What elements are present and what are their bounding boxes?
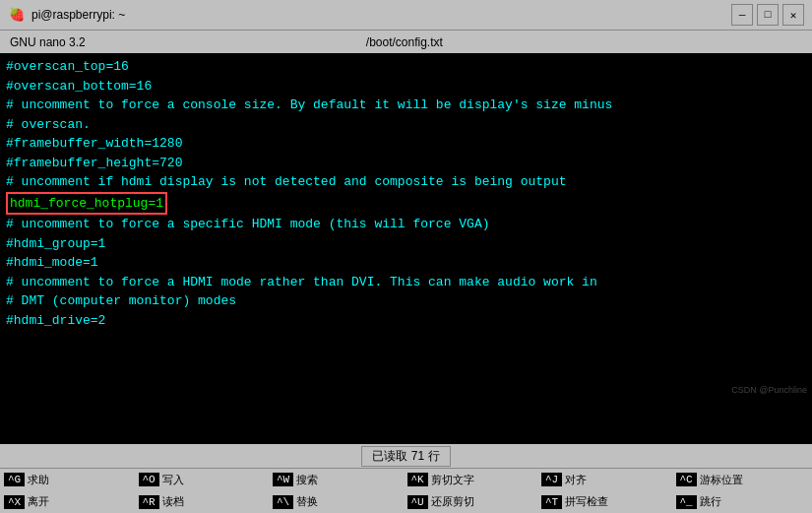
status-bar: 已读取 71 行 — [0, 444, 812, 468]
watermark: CSDN @Punchline — [731, 385, 807, 395]
shortcut-key: ^U — [407, 495, 428, 509]
shortcut-label: 离开 — [28, 494, 49, 509]
shortcut-item[interactable]: ^K剪切文字 — [407, 473, 534, 487]
shortcut-label: 替换 — [296, 494, 318, 509]
file-path: /boot/config.txt — [366, 35, 443, 49]
editor-line: #hdmi_mode=1 — [6, 253, 806, 273]
shortcut-key: ^\ — [273, 495, 293, 509]
editor-area[interactable]: #overscan_top=16#overscan_bottom=16# unc… — [0, 53, 812, 444]
nano-header: GNU nano 3.2 /boot/config.txt — [0, 30, 812, 53]
title-bar: 🍓 pi@raspberrypi: ~ — □ ✕ — [0, 0, 812, 30]
shortcut-label: 求助 — [28, 473, 49, 487]
shortcut-item[interactable]: ^W搜索 — [273, 473, 400, 487]
shortcut-key: ^W — [273, 473, 293, 486]
shortcut-key: ^T — [541, 495, 562, 509]
shortcut-item[interactable]: ^X离开 — [4, 494, 131, 509]
shortcut-row-1: ^G求助^O写入^W搜索^K剪切文字^J对齐^C游标位置 — [0, 473, 812, 487]
minimize-button[interactable]: — — [731, 4, 753, 26]
editor-line: # overscan. — [6, 115, 806, 135]
editor-line: #hdmi_drive=2 — [6, 311, 806, 331]
shortcut-key: ^G — [4, 473, 25, 486]
app-icon: 🍓 — [8, 6, 26, 24]
shortcut-label: 搜索 — [296, 473, 318, 487]
shortcut-label: 剪切文字 — [431, 473, 474, 487]
shortcut-item[interactable]: ^U还原剪切 — [407, 494, 534, 509]
shortcut-key: ^J — [541, 473, 562, 486]
window-controls: — □ ✕ — [731, 4, 804, 26]
editor-line: #framebuffer_height=720 — [6, 154, 806, 173]
shortcut-label: 拼写检查 — [565, 494, 608, 509]
editor-line: # uncomment to force a specific HDMI mod… — [6, 215, 806, 234]
shortcut-label: 还原剪切 — [431, 494, 474, 509]
editor-line: #overscan_bottom=16 — [6, 77, 806, 96]
maximize-button[interactable]: □ — [757, 4, 779, 26]
editor-line: hdmi_force_hotplug=1 — [6, 192, 806, 216]
shortcut-label: 读档 — [162, 494, 184, 509]
footer: ^G求助^O写入^W搜索^K剪切文字^J对齐^C游标位置 ^X离开^R读档^\替… — [0, 468, 812, 513]
shortcut-item[interactable]: ^_跳行 — [676, 494, 803, 509]
shortcut-label: 对齐 — [565, 473, 587, 487]
editor-line: # DMT (computer monitor) modes — [6, 291, 806, 311]
status-badge: 已读取 71 行 — [361, 446, 450, 467]
shortcut-key: ^X — [4, 495, 25, 509]
editor-line: # uncomment if hdmi display is not detec… — [6, 172, 806, 192]
title-text: pi@raspberrypi: ~ — [31, 8, 731, 22]
shortcut-item[interactable]: ^J对齐 — [541, 473, 668, 487]
shortcut-item[interactable]: ^T拼写检查 — [541, 494, 668, 509]
editor-line: #overscan_top=16 — [6, 57, 806, 77]
shortcut-key: ^K — [407, 473, 428, 486]
shortcut-row-2: ^X离开^R读档^\替换^U还原剪切^T拼写检查^_跳行 — [0, 494, 812, 509]
shortcut-item[interactable]: ^G求助 — [4, 473, 131, 487]
nano-version: GNU nano 3.2 — [10, 35, 86, 49]
shortcut-label: 写入 — [162, 473, 184, 487]
shortcut-key: ^O — [139, 473, 159, 486]
editor-line: #hdmi_group=1 — [6, 234, 806, 254]
shortcut-item[interactable]: ^O写入 — [139, 473, 266, 487]
editor-line: #framebuffer_width=1280 — [6, 134, 806, 154]
shortcut-label: 跳行 — [700, 494, 721, 509]
shortcut-item[interactable]: ^C游标位置 — [676, 473, 803, 487]
shortcut-item[interactable]: ^R读档 — [139, 494, 266, 509]
editor-line: # uncomment to force a console size. By … — [6, 96, 806, 115]
highlighted-code: hdmi_force_hotplug=1 — [6, 192, 167, 216]
shortcut-key: ^R — [139, 495, 159, 509]
shortcut-key: ^C — [676, 473, 697, 486]
shortcut-label: 游标位置 — [700, 473, 743, 487]
editor-line: # uncomment to force a HDMI mode rather … — [6, 273, 806, 292]
shortcut-item[interactable]: ^\替换 — [273, 494, 400, 509]
shortcut-key: ^_ — [676, 495, 697, 509]
close-button[interactable]: ✕ — [782, 4, 804, 26]
